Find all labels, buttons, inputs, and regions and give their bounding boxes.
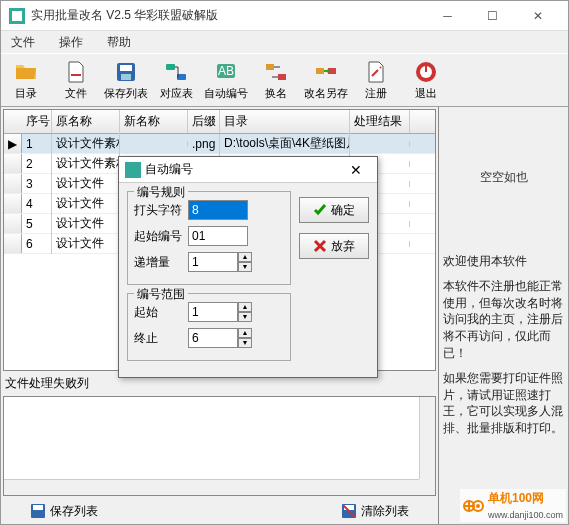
- svg-rect-20: [125, 162, 141, 178]
- step-input[interactable]: [188, 252, 238, 272]
- bottom-bar: 保存列表 清除列表: [1, 498, 438, 524]
- col-oldname[interactable]: 原名称: [52, 110, 120, 133]
- svg-rect-17: [33, 505, 43, 510]
- toolbar-rename-button[interactable]: 换名: [251, 54, 301, 106]
- table-row[interactable]: ▶1设计文件素材.pngD:\tools\桌面\4K壁纸图片: [4, 134, 435, 154]
- menu-help[interactable]: 帮助: [101, 32, 137, 53]
- grid-header: 序号 原名称 新名称 后缀 目录 处理结果: [4, 110, 435, 134]
- window-title: 实用批量改名 V2.5 华彩联盟破解版: [31, 7, 425, 24]
- to-input[interactable]: [188, 328, 238, 348]
- dialog-close-button[interactable]: ✕: [341, 162, 371, 178]
- side-panel: 空空如也 欢迎使用本软件 本软件不注册也能正常使用，但每次改名时将访问我的主页，…: [438, 107, 568, 524]
- svg-rect-1: [12, 11, 22, 21]
- side-empty: 空空如也: [439, 107, 568, 247]
- toolbar-file-button[interactable]: 文件: [51, 54, 101, 106]
- cancel-button[interactable]: 放弃: [299, 233, 369, 259]
- toolbar: 目录 文件 保存列表 对应表 AB自动编号 换名 改名另存 注册 退出: [1, 53, 568, 107]
- ok-button[interactable]: 确定: [299, 197, 369, 223]
- col-newname[interactable]: 新名称: [120, 110, 188, 133]
- watermark-icon: [463, 497, 485, 515]
- toolbar-dir-button[interactable]: 目录: [1, 54, 51, 106]
- side-welcome: 欢迎使用本软件: [443, 253, 564, 270]
- svg-rect-11: [316, 68, 324, 74]
- minimize-button[interactable]: ─: [425, 2, 470, 30]
- side-p1: 本软件不注册也能正常使用，但每次改名时将访问我的主页，注册后将不再访问，仅此而已…: [443, 278, 564, 362]
- svg-point-23: [476, 504, 480, 508]
- clear-list-button[interactable]: 清除列表: [332, 500, 418, 523]
- from-down[interactable]: ▼: [238, 312, 252, 322]
- fail-list[interactable]: [3, 396, 436, 496]
- titlebar: 实用批量改名 V2.5 华彩联盟破解版 ─ ☐ ✕: [1, 1, 568, 31]
- svg-rect-9: [266, 64, 274, 70]
- rule-fieldset: 编号规则 打头字符 起始编号 递增量▲▼: [127, 191, 291, 285]
- menu-file[interactable]: 文件: [5, 32, 41, 53]
- dialog-icon: [125, 162, 141, 178]
- svg-rect-4: [121, 74, 131, 80]
- col-result[interactable]: 处理结果: [350, 110, 410, 133]
- start-input[interactable]: [188, 226, 248, 246]
- col-rownum[interactable]: 序号: [22, 110, 52, 133]
- menu-action[interactable]: 操作: [53, 32, 89, 53]
- close-button[interactable]: ✕: [515, 2, 560, 30]
- svg-rect-5: [166, 64, 175, 70]
- side-p2: 如果您需要打印证件照片，请试用证照速打王，它可以实现多人混排、批量排版和打印。: [443, 370, 564, 437]
- scrollbar-horizontal[interactable]: [4, 479, 419, 495]
- range-fieldset: 编号范围 起始▲▼ 终止▲▼: [127, 293, 291, 361]
- watermark: 单机100网www.danji100.com: [460, 489, 566, 522]
- toolbar-register-button[interactable]: 注册: [351, 54, 401, 106]
- svg-text:AB: AB: [218, 64, 234, 78]
- scrollbar-vertical[interactable]: [419, 397, 435, 479]
- dialog-title: 自动编号: [145, 161, 341, 178]
- toolbar-autonum-button[interactable]: AB自动编号: [201, 54, 251, 106]
- toolbar-saveas-button[interactable]: 改名另存: [301, 54, 351, 106]
- menubar: 文件 操作 帮助: [1, 31, 568, 53]
- dialog-titlebar[interactable]: 自动编号 ✕: [119, 157, 377, 183]
- svg-rect-3: [120, 65, 132, 71]
- toolbar-savelist-button[interactable]: 保存列表: [101, 54, 151, 106]
- to-down[interactable]: ▼: [238, 338, 252, 348]
- svg-rect-10: [278, 74, 286, 80]
- autonum-dialog: 自动编号 ✕ 编号规则 打头字符 起始编号 递增量▲▼ 编号范围 起始▲▼ 终止…: [118, 156, 378, 378]
- step-down[interactable]: ▼: [238, 262, 252, 272]
- maximize-button[interactable]: ☐: [470, 2, 515, 30]
- svg-rect-15: [425, 64, 427, 72]
- save-list-button[interactable]: 保存列表: [21, 500, 107, 523]
- to-up[interactable]: ▲: [238, 328, 252, 338]
- toolbar-exit-button[interactable]: 退出: [401, 54, 451, 106]
- col-ext[interactable]: 后缀: [188, 110, 220, 133]
- step-up[interactable]: ▲: [238, 252, 252, 262]
- col-dir[interactable]: 目录: [220, 110, 350, 133]
- from-up[interactable]: ▲: [238, 302, 252, 312]
- toolbar-map-button[interactable]: 对应表: [151, 54, 201, 106]
- app-icon: [9, 8, 25, 24]
- prefix-input[interactable]: [188, 200, 248, 220]
- from-input[interactable]: [188, 302, 238, 322]
